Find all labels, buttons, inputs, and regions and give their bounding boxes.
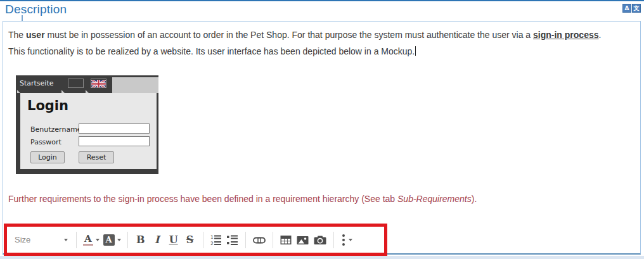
numbered-list-icon: 1 2 [210,234,222,246]
paragraph-bold-underline-text: sign-in process [533,30,598,40]
rich-text-editor-area[interactable]: The user must be in possession of an acc… [3,21,641,255]
chevron-down-icon [349,239,352,241]
paragraph-text: . [599,30,602,40]
paragraph-text: must be in possession of an account to o… [45,30,533,40]
toolbar-separator [333,232,334,248]
mockup-username-field [79,123,150,134]
table-icon [280,234,292,246]
german-flag-icon [68,79,84,88]
camera-button[interactable] [311,231,329,250]
text-caret [415,46,416,56]
note-text: Further requirements to the sign-in proc… [8,194,397,204]
translate-language-button[interactable]: 文 [632,4,641,13]
mockup-password-field [79,136,150,146]
note-paragraph: Further requirements to the sign-in proc… [8,194,636,204]
bullet-list-button[interactable] [224,231,241,250]
editor-toolbar: Size A A B I U S [7,227,384,253]
note-text: ). [472,194,477,204]
font-size-label: Size [15,235,30,244]
mockup-inactive-tab-area [112,77,158,93]
chevron-down-icon [64,239,68,241]
mockup-login-form: Login Benutzername Passwort Login Reset [20,93,157,169]
italic-button[interactable]: I [149,231,165,250]
numbered-list-button[interactable]: 1 2 [208,231,224,250]
font-color-icon: A [83,234,93,246]
paragraph-bold-text: user [26,30,45,40]
italic-icon: I [155,234,159,246]
mockup-tab-bar: Startseite [16,75,158,93]
link-button[interactable] [250,231,268,250]
note-italic-text: Sub-Requirements [397,194,472,204]
description-panel: Description A 文 The user must be in poss… [0,0,644,259]
svg-text:2: 2 [210,241,214,246]
strikethrough-button[interactable]: S [182,231,198,250]
top-divider [0,0,644,1]
chevron-down-icon [117,239,121,241]
translate-buttons: A 文 [622,4,641,13]
table-button[interactable] [278,231,294,250]
mockup-password-label: Passwort [30,138,61,146]
page-title: Description [5,3,67,16]
toolbar-separator [127,232,128,248]
underline-icon: U [169,234,178,246]
svg-text:1: 1 [210,234,214,240]
background-color-icon: A [103,234,115,246]
annotation-highlight-box: Size A A B I U S [4,224,387,256]
image-button[interactable] [294,231,311,250]
toolbar-separator [76,232,77,248]
font-size-dropdown[interactable]: Size [11,231,72,250]
paragraph-text: The [8,30,26,40]
chevron-down-icon [96,239,100,241]
translate-letter-button[interactable]: A [622,4,631,13]
underline-button[interactable]: U [165,231,182,250]
mockup-username-label: Benutzername [30,125,82,134]
mockup-reset-button: Reset [79,151,114,163]
image-icon [296,234,309,246]
mockup-tab-startseite: Startseite [20,79,54,87]
bold-icon: B [136,234,145,246]
toolbar-separator [273,232,273,248]
background-color-button[interactable]: A [101,231,123,250]
mockup-login-heading: Login [27,98,68,113]
uk-flag-icon [91,79,106,88]
page-background-strip [0,256,644,259]
bullet-list-icon [226,234,239,246]
more-options-button[interactable] [338,231,355,250]
bold-button[interactable]: B [132,231,149,250]
i-beam-cursor [22,15,23,21]
toolbar-separator [203,232,203,248]
font-color-button[interactable]: A [81,231,101,250]
toolbar-separator [245,232,246,248]
strikethrough-icon: S [186,234,194,246]
description-paragraph: The user must be in possession of an acc… [8,27,636,60]
more-options-icon [341,234,346,246]
login-mockup-image[interactable]: Startseite [16,75,158,174]
mockup-login-button: Login [30,151,65,163]
link-icon [252,234,266,246]
camera-icon [313,234,327,246]
paragraph-text: This functionality is to be realized by … [8,46,415,56]
